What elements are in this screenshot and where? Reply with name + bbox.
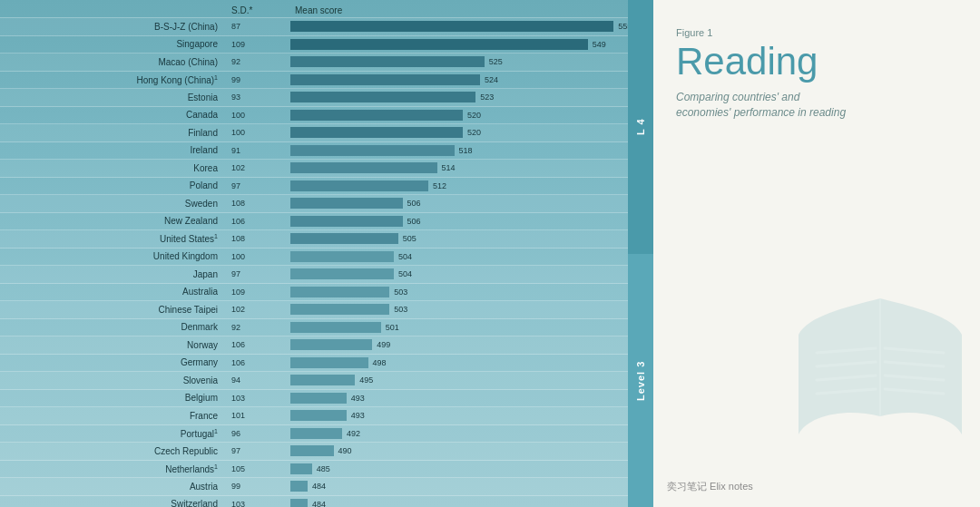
figure-subtitle: Comparing countries' and economies' perf… xyxy=(676,90,858,121)
bar-area: 512 xyxy=(290,178,628,195)
country-name: Australia xyxy=(0,287,227,297)
bar-area: 484 xyxy=(290,496,628,508)
bar-area: 492 xyxy=(290,425,628,443)
bar-area: 549 xyxy=(290,36,628,54)
sd-value: 106 xyxy=(227,217,290,226)
score-label: 493 xyxy=(349,411,365,420)
table-row: Estonia93523 xyxy=(0,89,628,107)
bar-area: 505 xyxy=(290,230,628,248)
right-panel: Figure 1 Reading Comparing countries' an… xyxy=(653,0,980,507)
score-bar xyxy=(290,393,347,404)
score-bar xyxy=(290,322,381,333)
table-row: Hong Kong (China)199524 xyxy=(0,72,628,90)
sd-value: 103 xyxy=(227,500,290,507)
header-sd: S.D.* xyxy=(227,5,290,15)
sd-value: 97 xyxy=(227,269,290,278)
score-label: 484 xyxy=(310,500,326,507)
country-name: Germany xyxy=(0,357,227,367)
country-name: Portugal1 xyxy=(0,428,227,439)
sd-value: 99 xyxy=(227,75,290,84)
score-bar xyxy=(290,410,347,421)
bar-container: 503 xyxy=(290,286,389,298)
bar-area: 498 xyxy=(290,355,628,372)
country-name: Ireland xyxy=(0,145,227,155)
bar-container: 549 xyxy=(290,38,588,51)
bar-container: 495 xyxy=(290,374,355,386)
score-bar xyxy=(290,162,437,173)
country-name: Macao (China) xyxy=(0,57,227,67)
bar-area: 504 xyxy=(290,249,628,266)
bar-container: 493 xyxy=(290,409,347,422)
header-mean: Mean score xyxy=(290,5,596,15)
score-bar xyxy=(290,216,403,227)
sd-value: 97 xyxy=(227,181,290,190)
table-row: Slovenia94495 xyxy=(0,372,628,390)
score-label: 501 xyxy=(384,323,399,332)
sd-value: 105 xyxy=(227,464,290,473)
sd-value: 102 xyxy=(227,163,290,172)
country-name: B-S-J-Z (China) xyxy=(0,22,227,32)
score-label: 492 xyxy=(345,429,360,438)
country-name: Japan xyxy=(0,269,227,279)
score-label: 493 xyxy=(349,394,365,403)
table-row: Australia109503 xyxy=(0,284,628,302)
table-row: Korea102514 xyxy=(0,160,628,178)
bar-container: 514 xyxy=(290,161,437,174)
bar-container: 520 xyxy=(290,126,463,139)
score-label: 503 xyxy=(392,288,407,297)
bar-area: 506 xyxy=(290,213,628,230)
score-label: 524 xyxy=(483,75,498,84)
sd-value: 108 xyxy=(227,234,290,243)
country-name: Korea xyxy=(0,163,227,173)
score-bar xyxy=(290,110,463,121)
level-4-indicator: L 4 xyxy=(628,0,653,254)
sd-value: 92 xyxy=(227,57,290,66)
bar-area: 490 xyxy=(290,443,628,460)
sd-value: 106 xyxy=(227,358,290,367)
bar-area: 525 xyxy=(290,54,628,71)
bar-container: 501 xyxy=(290,321,381,334)
country-name: Belgium xyxy=(0,393,227,403)
sd-value: 99 xyxy=(227,482,290,491)
score-label: 506 xyxy=(406,217,421,226)
score-bar xyxy=(290,56,485,67)
bar-area: 493 xyxy=(290,390,628,407)
sd-value: 106 xyxy=(227,340,290,349)
score-bar xyxy=(290,375,355,385)
table-row: New Zealand106506 xyxy=(0,213,628,231)
sd-value: 101 xyxy=(227,411,290,420)
bar-container: 490 xyxy=(290,444,334,457)
score-label: 512 xyxy=(431,181,446,190)
score-label: 518 xyxy=(457,146,473,155)
table-row: Norway106499 xyxy=(0,336,628,355)
bar-container: 504 xyxy=(290,250,394,263)
bar-area: 499 xyxy=(290,336,628,354)
score-bar xyxy=(290,339,372,350)
bar-container: 499 xyxy=(290,338,372,351)
sd-value: 97 xyxy=(227,446,290,455)
bar-container: 518 xyxy=(290,144,455,157)
bar-container: 504 xyxy=(290,268,394,280)
table-row: Ireland91518 xyxy=(0,142,628,161)
bar-container: 523 xyxy=(290,91,475,103)
score-bar xyxy=(290,198,403,209)
country-name: Estonia xyxy=(0,93,227,102)
score-bar xyxy=(290,287,389,297)
country-name: United Kingdom xyxy=(0,251,227,261)
table-row: Chinese Taipei102503 xyxy=(0,301,628,319)
country-name: Hong Kong (China)1 xyxy=(0,74,227,85)
sd-value: 100 xyxy=(227,128,290,137)
table-row: United States1108505 xyxy=(0,230,628,249)
score-bar xyxy=(290,463,312,474)
table-row: Denmark92501 xyxy=(0,319,628,337)
bar-container: 506 xyxy=(290,215,403,228)
bar-container: 506 xyxy=(290,197,403,210)
table-row: Czech Republic97490 xyxy=(0,443,628,461)
bar-container: 525 xyxy=(290,55,485,68)
bar-area: 484 xyxy=(290,478,628,495)
table-row: Finland100520 xyxy=(0,124,628,142)
country-name: Austria xyxy=(0,482,227,492)
bar-container: 484 xyxy=(290,498,308,507)
score-bar xyxy=(290,127,463,138)
bar-container: 520 xyxy=(290,109,463,122)
